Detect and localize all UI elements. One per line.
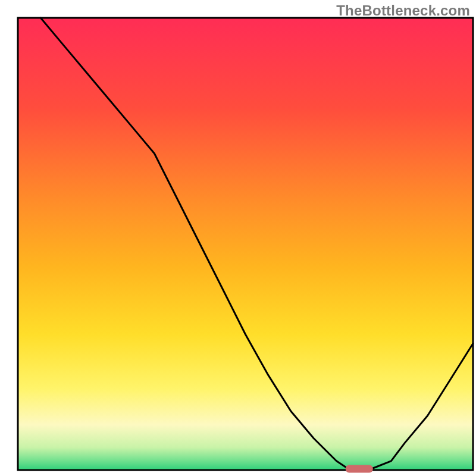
chart-stage: TheBottleneck.com <box>0 0 476 476</box>
chart-svg <box>0 0 476 476</box>
plot-background <box>18 18 473 470</box>
optimal-marker <box>346 465 373 473</box>
